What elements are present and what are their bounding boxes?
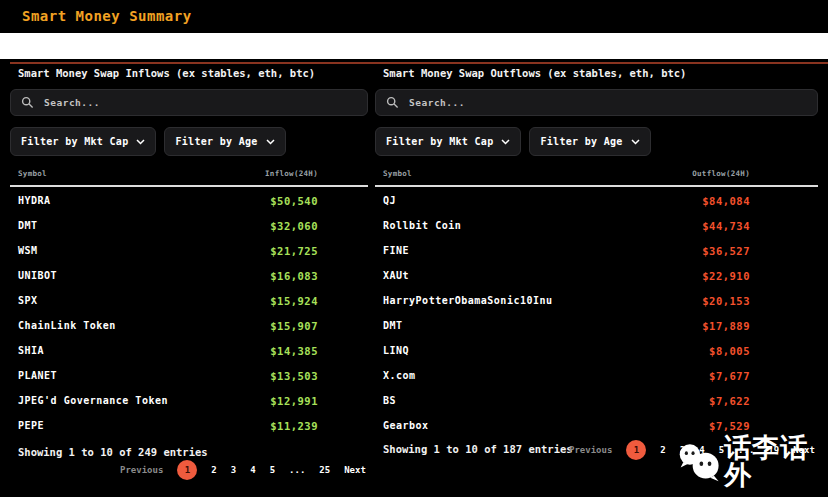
table-row[interactable]: ChainLink Token$15,907 xyxy=(18,313,318,338)
top-divider xyxy=(10,62,828,64)
filter-mktcap-button[interactable]: Filter by Mkt Cap xyxy=(375,127,521,156)
token-symbol: FINE xyxy=(383,245,409,256)
entries-summary: Showing 1 to 10 of 187 entries xyxy=(383,443,573,455)
chevron-down-icon xyxy=(631,139,640,145)
page-button-active[interactable]: 1 xyxy=(177,460,197,480)
token-symbol: HYDRA xyxy=(18,195,51,206)
column-header-symbol[interactable]: Symbol xyxy=(383,169,412,178)
watermark: 话李话外 xyxy=(676,434,828,488)
outflow-value: $8,005 xyxy=(709,345,750,357)
inflow-value: $32,060 xyxy=(270,220,318,232)
token-symbol: Gearbox xyxy=(383,420,429,431)
search-icon xyxy=(21,96,34,109)
token-symbol: PLANET xyxy=(18,370,57,381)
column-header-inflow[interactable]: Inflow(24H) xyxy=(265,169,318,178)
table-row[interactable]: BS$7,622 xyxy=(383,388,750,413)
token-symbol: WSM xyxy=(18,245,38,256)
table-row[interactable]: FINE$36,527 xyxy=(383,238,750,263)
outflow-value: $36,527 xyxy=(702,245,750,257)
table-row[interactable]: HYDRA$50,540 xyxy=(18,188,318,213)
table-row[interactable]: DMT$32,060 xyxy=(18,213,318,238)
outflow-value: $7,677 xyxy=(709,370,750,382)
outflow-value: $7,622 xyxy=(709,395,750,407)
table-row[interactable]: SPX$15,924 xyxy=(18,288,318,313)
search-input[interactable] xyxy=(42,96,357,109)
inflow-value: $11,239 xyxy=(270,420,318,432)
table-row[interactable]: Rollbit Coin$44,734 xyxy=(383,213,750,238)
chevron-down-icon xyxy=(136,139,145,145)
token-symbol: BS xyxy=(383,395,396,406)
inflow-value: $15,907 xyxy=(270,320,318,332)
inflow-value: $14,385 xyxy=(270,345,318,357)
filter-age-label: Filter by Age xyxy=(540,136,622,147)
filter-age-button[interactable]: Filter by Age xyxy=(529,127,650,156)
entries-summary: Showing 1 to 10 of 249 entries xyxy=(18,446,208,458)
table-row[interactable]: SHIA$14,385 xyxy=(18,338,318,363)
table-row[interactable]: DMT$17,889 xyxy=(383,313,750,338)
chevron-down-icon xyxy=(501,139,510,145)
table-header-underline xyxy=(375,185,818,187)
page-title: Smart Money Summary xyxy=(22,8,192,24)
table-row[interactable]: HarryPotterObamaSonic10Inu$20,153 xyxy=(383,288,750,313)
token-symbol: DMT xyxy=(18,220,38,231)
table-row[interactable]: PLANET$13,503 xyxy=(18,363,318,388)
inflows-searchbox[interactable] xyxy=(10,89,368,116)
table-row[interactable]: JPEG'd Governance Token$12,991 xyxy=(18,388,318,413)
table-row[interactable]: LINQ$8,005 xyxy=(383,338,750,363)
token-symbol: SPX xyxy=(18,295,38,306)
token-symbol: UNIBOT xyxy=(18,270,57,281)
blank-band xyxy=(0,33,828,59)
table-header-underline xyxy=(10,185,368,187)
page-button[interactable]: 5 xyxy=(270,465,275,475)
page-button-active[interactable]: 1 xyxy=(626,440,646,460)
inflow-value: $16,083 xyxy=(270,270,318,282)
previous-button[interactable]: Previous xyxy=(120,465,163,475)
inflow-value: $21,725 xyxy=(270,245,318,257)
token-symbol: X.com xyxy=(383,370,416,381)
chevron-down-icon xyxy=(266,139,275,145)
filter-mktcap-label: Filter by Mkt Cap xyxy=(21,136,128,147)
token-symbol: SHIA xyxy=(18,345,44,356)
filter-mktcap-label: Filter by Mkt Cap xyxy=(386,136,493,147)
filter-age-label: Filter by Age xyxy=(175,136,257,147)
outflows-table-header: Symbol Outflow(24H) xyxy=(383,169,750,178)
page-button[interactable]: 2 xyxy=(660,445,665,455)
inflow-value: $13,503 xyxy=(270,370,318,382)
outflows-panel-title: Smart Money Swap Outflows (ex stables, e… xyxy=(383,67,686,79)
previous-button[interactable]: Previous xyxy=(569,445,612,455)
search-icon xyxy=(386,96,399,109)
inflows-pagination: Previous 1 2 3 4 5 ... 25 Next xyxy=(120,460,366,480)
search-input[interactable] xyxy=(407,96,807,109)
page-button[interactable]: 3 xyxy=(231,465,236,475)
token-symbol: LINQ xyxy=(383,345,409,356)
next-button[interactable]: Next xyxy=(344,465,366,475)
token-symbol: DMT xyxy=(383,320,403,331)
smart-money-dashboard: Smart Money Summary Smart Money Swap Inf… xyxy=(0,0,828,497)
token-symbol: HarryPotterObamaSonic10Inu xyxy=(383,295,553,306)
outflows-filters: Filter by Mkt Cap Filter by Age xyxy=(375,127,651,156)
table-row[interactable]: WSM$21,725 xyxy=(18,238,318,263)
inflows-table-body: HYDRA$50,540 DMT$32,060 WSM$21,725 UNIBO… xyxy=(18,188,318,438)
filter-mktcap-button[interactable]: Filter by Mkt Cap xyxy=(10,127,156,156)
outflow-value: $44,734 xyxy=(702,220,750,232)
page-button[interactable]: 4 xyxy=(250,465,255,475)
inflow-value: $50,540 xyxy=(270,195,318,207)
table-row[interactable]: X.com$7,677 xyxy=(383,363,750,388)
outflows-searchbox[interactable] xyxy=(375,89,818,116)
outflow-value: $7,529 xyxy=(709,420,750,432)
pagination-ellipsis: ... xyxy=(289,465,305,475)
page-button[interactable]: 25 xyxy=(319,465,330,475)
filter-age-button[interactable]: Filter by Age xyxy=(164,127,285,156)
page-button[interactable]: 2 xyxy=(211,465,216,475)
token-symbol: XAUt xyxy=(383,270,409,281)
table-row[interactable]: QJ$84,084 xyxy=(383,188,750,213)
table-row[interactable]: UNIBOT$16,083 xyxy=(18,263,318,288)
column-header-outflow[interactable]: Outflow(24H) xyxy=(692,169,750,178)
inflows-filters: Filter by Mkt Cap Filter by Age xyxy=(10,127,286,156)
token-symbol: ChainLink Token xyxy=(18,320,116,331)
table-row[interactable]: XAUt$22,910 xyxy=(383,263,750,288)
table-row[interactable]: PEPE$11,239 xyxy=(18,413,318,438)
column-header-symbol[interactable]: Symbol xyxy=(18,169,47,178)
outflow-value: $22,910 xyxy=(702,270,750,282)
outflow-value: $17,889 xyxy=(702,320,750,332)
